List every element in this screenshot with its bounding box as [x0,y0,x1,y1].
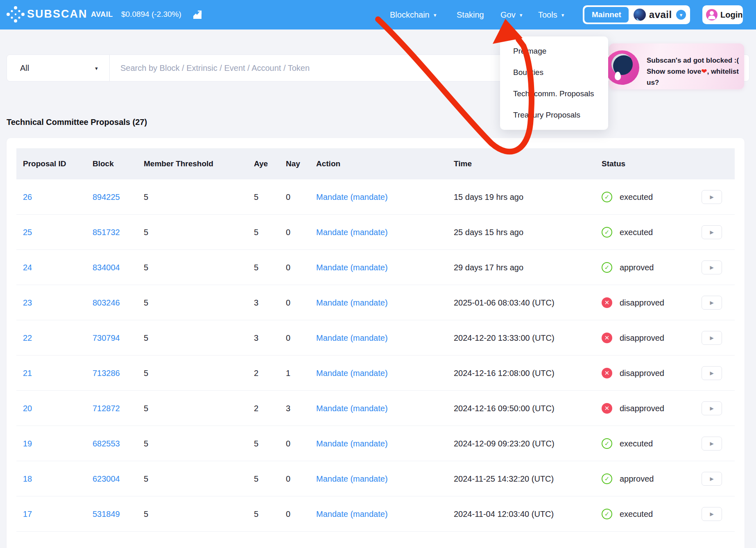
price-chart-icon[interactable] [192,10,202,20]
expand-row-button[interactable]: ▶ [702,296,722,310]
nay-value: 0 [286,474,290,483]
action-link[interactable]: Mandate (mandate) [316,298,388,307]
ad-blocked-notice: Subscan's ad got blocked :( Show some lo… [609,43,744,89]
status-icon: ✕ [602,368,612,378]
action-link[interactable]: Mandate (mandate) [316,263,388,272]
nav-tools[interactable]: Tools ▼ [538,0,565,29]
user-avatar-icon [706,9,718,20]
expand-row-button[interactable]: ▶ [702,260,722,274]
block-link[interactable]: 623004 [93,474,120,483]
nay-value: 0 [286,298,290,307]
table-row: 20 712872 5 2 3 Mandate (mandate) 2024-1… [16,391,735,426]
aye-value: 5 [254,509,258,519]
threshold-value: 5 [144,474,148,483]
proposal-id-link[interactable]: 21 [23,368,32,378]
action-link[interactable]: Mandate (mandate) [316,333,388,342]
col-member-threshold: Member Threshold [144,159,213,168]
menu-item-preimage[interactable]: Preimage [500,41,608,62]
menu-item-tech-comm-proposals[interactable]: Tech. comm. Proposals [500,83,608,104]
threshold-value: 5 [144,298,148,307]
status-label: approved [620,474,654,483]
block-link[interactable]: 682553 [93,439,120,448]
table-body: 26 894225 5 5 0 Mandate (mandate) 15 day… [16,179,735,548]
token-price: $0.0894 (-2.30%) [121,10,181,19]
time-value: 2024-11-04 12:03:40 (UTC) [454,509,554,519]
token-name: AVAIL [91,10,113,19]
chevron-down-icon: ▼ [94,66,99,71]
expand-row-button[interactable]: ▶ [702,190,722,204]
status-icon: ✓ [602,192,612,202]
status-icon: ✓ [602,262,612,273]
nav-gov[interactable]: Gov ▼ [500,0,523,29]
login-button[interactable]: Login [702,5,743,24]
expand-row-button[interactable]: ▶ [702,225,722,239]
action-link[interactable]: Mandate (mandate) [316,192,388,202]
expand-row-button[interactable]: ▶ [702,366,722,380]
status-label: disapproved [620,298,664,307]
chain-chevron-icon[interactable]: ▾ [676,10,686,20]
ad-line1: Subscan's ad got blocked :( [647,55,744,66]
aye-value: 2 [254,368,258,378]
mainnet-button[interactable]: Mainnet [584,7,629,23]
table-row: 19 682553 5 5 0 Mandate (mandate) 2024-1… [16,426,735,461]
action-link[interactable]: Mandate (mandate) [316,474,388,483]
proposal-id-link[interactable]: 26 [23,192,32,202]
expand-row-button[interactable]: ▶ [702,472,722,486]
table-row: 21 713286 5 2 1 Mandate (mandate) 2024-1… [16,356,735,391]
expand-row-button[interactable]: ▶ [702,437,722,451]
block-link[interactable]: 712872 [93,403,120,413]
status-label: executed [620,439,653,448]
aye-value: 3 [254,298,258,307]
proposal-id-link[interactable]: 25 [23,227,32,237]
nay-value: 0 [286,509,290,519]
table-row: 26 894225 5 5 0 Mandate (mandate) 15 day… [16,179,735,215]
expand-row-button[interactable]: ▶ [702,401,722,415]
block-link[interactable]: 834004 [93,263,120,272]
gov-dropdown-menu: Preimage Bounties Tech. comm. Proposals … [500,36,608,130]
brand-name[interactable]: SUBSCAN [27,8,88,20]
menu-item-bounties[interactable]: Bounties [500,62,608,83]
menu-item-treasury-proposals[interactable]: Treasury Proposals [500,104,608,126]
nav-staking[interactable]: Staking [457,0,484,29]
status-label: executed [620,509,653,519]
nav-blockchain[interactable]: Blockchain ▼ [390,0,437,29]
block-link[interactable]: 531849 [93,509,120,519]
block-link[interactable]: 713286 [93,368,120,378]
aye-value: 5 [254,474,258,483]
proposal-id-link[interactable]: 22 [23,333,32,342]
action-link[interactable]: Mandate (mandate) [316,403,388,413]
expand-row-button[interactable]: ▶ [702,507,722,521]
action-link[interactable]: Mandate (mandate) [316,227,388,237]
table-row: 22 730794 5 3 0 Mandate (mandate) 2024-1… [16,320,735,356]
table-row: 25 851732 5 5 0 Mandate (mandate) 25 day… [16,215,735,250]
proposal-id-link[interactable]: 17 [23,509,32,519]
action-link[interactable]: Mandate (mandate) [316,368,388,378]
status-icon: ✓ [602,438,612,449]
top-navbar: SUBSCAN AVAIL $0.0894 (-2.30%) Blockchai… [0,0,756,29]
search-filter-dropdown[interactable]: All ▼ [7,55,109,81]
time-value: 2024-12-20 13:33:00 (UTC) [454,333,555,342]
heart-icon: ❤ [701,68,707,75]
proposal-id-link[interactable]: 23 [23,298,32,307]
page-title: Technical Committee Proposals (27) [7,118,147,127]
expand-row-button[interactable]: ▶ [702,331,722,345]
block-link[interactable]: 803246 [93,298,120,307]
action-link[interactable]: Mandate (mandate) [316,439,388,448]
sad-mascot-icon [605,50,639,85]
block-link[interactable]: 851732 [93,227,120,237]
proposal-id-link[interactable]: 20 [23,403,32,413]
proposal-id-link[interactable]: 24 [23,263,32,272]
proposal-id-link[interactable]: 19 [23,439,32,448]
status-label: executed [620,192,653,202]
threshold-value: 5 [144,368,148,378]
block-link[interactable]: 730794 [93,333,120,342]
proposal-id-link[interactable]: 18 [23,474,32,483]
nav-gov-label: Gov [500,10,516,20]
nav-blockchain-label: Blockchain [390,10,430,20]
network-selector: Mainnet avail ▾ [583,5,690,24]
time-value: 2024-11-25 14:32:20 (UTC) [454,474,554,483]
action-link[interactable]: Mandate (mandate) [316,509,388,519]
table-row: 24 834004 5 5 0 Mandate (mandate) 29 day… [16,250,735,285]
mascot-eye [611,54,633,75]
block-link[interactable]: 894225 [93,192,120,202]
